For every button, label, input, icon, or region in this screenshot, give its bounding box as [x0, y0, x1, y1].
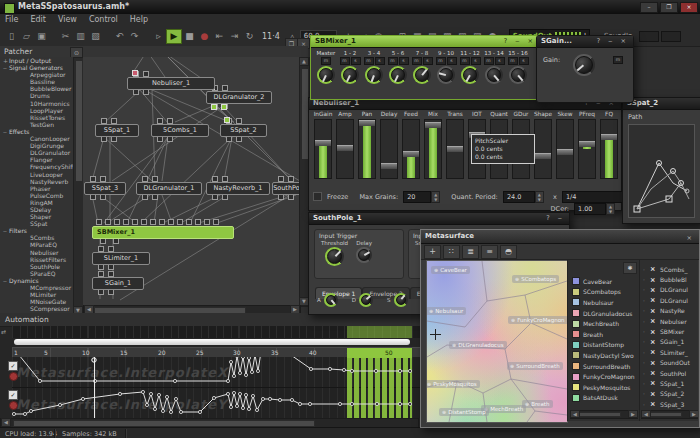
snapshot-cavebear[interactable]: CaveBear [568, 276, 639, 287]
module-soundout[interactable]: ·×SoundOut [640, 358, 698, 368]
fader-handle[interactable] [535, 153, 551, 159]
module-toggle-icon[interactable]: × [650, 390, 657, 398]
mute-button[interactable]: m [460, 57, 470, 65]
mixer-input-port[interactable] [141, 219, 147, 225]
node-sspat-2[interactable]: SSpat_2 [220, 124, 267, 137]
fader-handle[interactable] [425, 122, 441, 128]
minimize-button[interactable]: – [640, 2, 658, 13]
signal-port[interactable] [211, 104, 217, 110]
module-toggle-icon[interactable]: × [650, 379, 657, 387]
snapshot-scroll-left-icon[interactable]: ◀ [570, 410, 580, 418]
mixer-input-port[interactable] [96, 219, 102, 225]
tree-item-dynamics[interactable]: ‒Dynamics [0, 277, 83, 284]
tree-item-loopplayer[interactable]: LoopPlayer [0, 107, 83, 114]
module-toggle-icon[interactable]: × [650, 286, 657, 294]
menu-file[interactable]: File [5, 14, 18, 26]
delay-knob[interactable] [356, 247, 372, 263]
tree-item-arpeggiator[interactable]: Arpeggiator [0, 71, 83, 78]
fader-track[interactable] [336, 119, 354, 179]
solo-button[interactable]: s [375, 57, 385, 65]
snapshot-funkycromagnon[interactable]: FunkyCroMagnon [568, 371, 639, 382]
region-distantstomp[interactable]: ⊕DistantStomp [439, 408, 489, 416]
solo-button[interactable]: s [495, 57, 505, 65]
stop-icon[interactable]: ■ [182, 29, 197, 44]
save-icon[interactable]: ▣ [34, 29, 49, 44]
module-toggle-icon[interactable]: × [650, 328, 657, 336]
undo-icon[interactable]: ↶ [112, 29, 127, 44]
module-toggle-icon[interactable]: × [650, 296, 657, 304]
new-snapshot-icon[interactable]: ✱ [623, 262, 637, 274]
metasurface-gradient-area[interactable]: ⊕CaveBear⊕SCombatops⊕Nebulsaur⊕FunkyCroM… [426, 260, 568, 423]
fader-handle[interactable] [557, 149, 573, 155]
tree-item-input-output[interactable]: +Input / Output [0, 57, 83, 64]
southpole-title-bar[interactable]: SouthPole_1 ? ‒ [309, 213, 569, 225]
mixer-input-port[interactable] [150, 219, 156, 225]
region-dlgranuladocus[interactable]: ⊕DLGranuladocus [449, 341, 507, 349]
snapshot-scroll-right-icon[interactable]: ▶ [628, 410, 638, 418]
add-snapshot-icon[interactable]: + [424, 245, 441, 259]
mixer-input-port[interactable] [105, 219, 111, 225]
quant-period-spinner[interactable]: ▲▼ [535, 191, 544, 203]
southpole-window-controls[interactable]: ? ‒ [546, 213, 565, 224]
module-list[interactable]: ·×5Combs_·×BubbleBl·×DLGranul·×DLGranul·… [639, 260, 698, 421]
menu-edit[interactable]: Edit [30, 14, 46, 26]
region-peskymosquitos[interactable]: ⊕PeskyMosquitos [426, 380, 480, 388]
mixer-input-port[interactable] [213, 219, 219, 225]
adsr-a-knob[interactable] [324, 293, 338, 307]
tree-item-drums[interactable]: Drums [0, 92, 83, 99]
fader-handle[interactable] [579, 141, 595, 147]
patcher-canvas[interactable]: Nebuliser_1DLGranulator_2SSpat_15Combs_1… [83, 57, 299, 305]
solo-button[interactable]: s [351, 57, 361, 65]
snapshot-surroundbreath[interactable]: SurroundBreath [568, 361, 639, 372]
automation-scroll-mode-icon[interactable]: ⇄ [1, 328, 6, 335]
tree-item-mlimiter[interactable]: MLimiter [0, 291, 83, 298]
prev-icon[interactable]: ⇤ [212, 29, 227, 44]
tree-item-southpole[interactable]: SouthPole [0, 263, 83, 270]
fader-handle[interactable] [403, 151, 419, 157]
tree-item-flanger[interactable]: Flanger [0, 156, 83, 163]
region-surroundbreath[interactable]: ⊕SurroundBreath [507, 362, 563, 370]
playhead[interactable] [94, 357, 95, 418]
restore-button[interactable]: ❐ [660, 2, 678, 13]
channel-knob[interactable] [365, 66, 383, 84]
module-nebulser[interactable]: ·×Nebulser [640, 316, 698, 326]
module-toggle-icon[interactable]: × [650, 359, 657, 367]
path-editor[interactable] [628, 124, 695, 218]
loop-bar[interactable] [14, 339, 410, 345]
node-dlgranulator-1[interactable]: DLGranulator_1 [136, 182, 202, 195]
tree-item-sdelay[interactable]: SDelay [0, 206, 83, 213]
sgain-mute-button[interactable]: m [613, 56, 623, 64]
menu-view[interactable]: View [58, 14, 77, 26]
fader-track[interactable] [314, 119, 332, 179]
module-bubblebl[interactable]: ·×BubbleBl [640, 274, 698, 284]
fader-track[interactable] [600, 119, 618, 179]
tree-item-bassline[interactable]: Bassline [0, 78, 83, 85]
gain-knob[interactable] [573, 54, 595, 76]
max-grains-value[interactable]: 20 [403, 191, 431, 203]
channel-knob[interactable] [461, 66, 479, 84]
tree-item-digigrunge[interactable]: DigiGrunge [0, 142, 83, 149]
module-sspat-2[interactable]: ·×SSpat_2 [640, 389, 698, 399]
tree-item-pulsecomb[interactable]: PulseComb [0, 192, 83, 199]
node-nebuliser-1[interactable]: Nebuliser_1 [127, 77, 215, 90]
sbmixer-title-bar[interactable]: SBMixer_1 ? ‒ × [311, 36, 540, 48]
snapshot-distantstomp[interactable]: DistantStomp [568, 340, 639, 351]
tree-item-testgen[interactable]: TestGen [0, 121, 83, 128]
cut-icon[interactable]: ✂ [58, 29, 73, 44]
channel-knob[interactable] [485, 66, 503, 84]
tree-item-mcompressor[interactable]: MCompressor [0, 284, 83, 291]
play-icon[interactable]: ▶ [166, 29, 182, 44]
module-scroll-left-icon[interactable]: ◀ [641, 410, 651, 418]
node-slimiter-1[interactable]: SLimiter_1 [92, 252, 150, 265]
solo-button[interactable]: s [447, 57, 457, 65]
snapshot-breath[interactable]: Breath [568, 329, 639, 340]
tree-toggle-icon[interactable]: ‒ [3, 128, 8, 135]
snapshot-scombatops[interactable]: SCombatops [568, 287, 639, 298]
metasurface-crosshair[interactable] [430, 329, 441, 340]
tree-item-filters[interactable]: ‒Filters [0, 227, 83, 234]
tree-item-livelooper[interactable]: LiveLooper [0, 171, 83, 178]
mute-button[interactable]: m [508, 57, 518, 65]
tree-item-mparaeq[interactable]: MParaEQ [0, 241, 83, 248]
sspat2-title-bar[interactable]: SSpat_2 [623, 98, 700, 110]
next-icon[interactable]: ⇥ [227, 29, 242, 44]
